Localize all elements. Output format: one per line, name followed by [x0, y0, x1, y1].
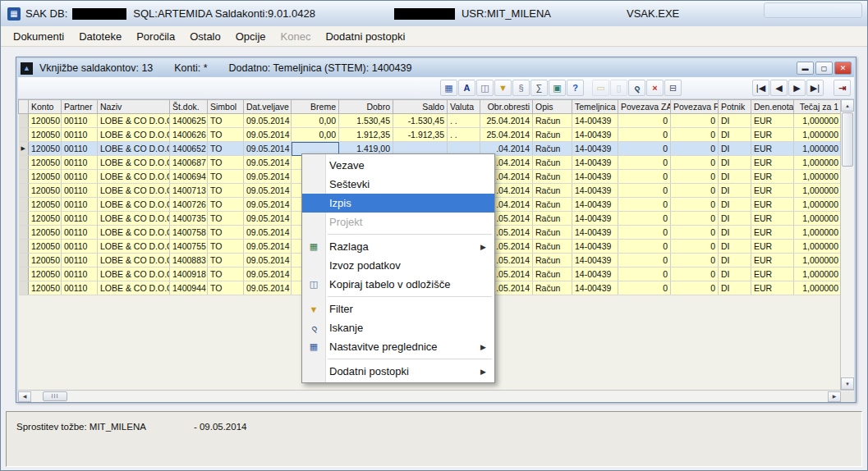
row-marker[interactable] [19, 254, 29, 268]
cell-den[interactable]: EUR [751, 212, 794, 226]
cell-opis[interactable]: Račun [533, 212, 572, 226]
cell-potnik[interactable]: DI [719, 254, 751, 268]
cell-opis[interactable]: Račun [533, 198, 572, 212]
cell-tem[interactable]: 14-00439 [572, 212, 618, 226]
menubar-item-poro-ila[interactable]: Poročila [129, 28, 182, 45]
scroll-right-icon[interactable]: ▶ [828, 391, 841, 402]
horizontal-scrollbar[interactable]: ◀ III ▶ [18, 390, 854, 402]
cell-partner[interactable]: 00110 [62, 114, 98, 128]
cell-fa[interactable]: 0 [671, 184, 719, 198]
cell-tecaj[interactable]: 1,000000 [794, 254, 841, 268]
cell-simbol[interactable]: TO [208, 212, 244, 226]
cell-datvel[interactable]: 09.05.2014 [244, 156, 292, 170]
context-item-dodatni-postopki[interactable]: Dodatni postopki▶ [302, 362, 494, 381]
cell-den[interactable]: EUR [751, 226, 794, 240]
col-header-tem[interactable]: Temeljnica [572, 100, 618, 114]
cell-naziv[interactable]: LOBE & CO D.O.O. [98, 184, 170, 198]
cell-opis[interactable]: Račun [533, 128, 572, 142]
cell-tecaj[interactable]: 1,000000 [794, 226, 841, 240]
sum-button[interactable]: ∑ [530, 80, 548, 96]
document-button[interactable]: ▯ [610, 80, 627, 96]
cell-tem[interactable]: 14-00439 [572, 184, 618, 198]
cell-naziv[interactable]: LOBE & CO D.O.O. [98, 114, 170, 128]
cell-konto[interactable]: 120050 [29, 156, 62, 170]
panel-button[interactable]: ▣ [549, 80, 566, 96]
nav-next-button[interactable]: ▶ [788, 80, 806, 96]
cell-zaj[interactable]: 0 [618, 156, 671, 170]
cell-opis[interactable]: Račun [533, 142, 572, 156]
row-marker[interactable] [19, 198, 29, 212]
cell-datvel[interactable]: 09.05.2014 [244, 254, 292, 268]
col-header-simbol[interactable]: Simbol [208, 100, 244, 114]
cell-simbol[interactable]: TO [208, 184, 244, 198]
cell-stdok[interactable]: 1400625 [170, 114, 208, 128]
cell-datvel[interactable]: 09.05.2014 [244, 240, 292, 254]
cell-stdok[interactable]: 1400652 [170, 142, 208, 156]
row-marker[interactable]: ▶ [19, 142, 29, 156]
cell-partner[interactable]: 00110 [62, 156, 98, 170]
cell-stdok[interactable]: 1400626 [170, 128, 208, 142]
menubar-item-dokumenti[interactable]: Dokumenti [6, 28, 71, 45]
cell-naziv[interactable]: LOBE & CO D.O.O. [98, 226, 170, 240]
context-item-izpis[interactable]: Izpis [302, 194, 494, 213]
cell-den[interactable]: EUR [751, 184, 794, 198]
cell-breme[interactable]: 0,00 [292, 128, 339, 142]
cell-naziv[interactable]: LOBE & CO D.O.O. [98, 281, 170, 295]
horizontal-scroll-thumb[interactable]: III [43, 391, 67, 401]
cell-stdok[interactable]: 1400883 [170, 254, 208, 268]
cell-tem[interactable]: 14-00439 [572, 156, 618, 170]
context-item-filter[interactable]: ▼Filter [302, 300, 494, 318]
menubar-item-opcije[interactable]: Opcije [228, 28, 273, 45]
cell-zaj[interactable]: 0 [618, 268, 671, 281]
cell-datvel[interactable]: 09.05.2014 [244, 226, 292, 240]
print-button[interactable]: ⊟ [664, 80, 682, 96]
cell-potnik[interactable]: DI [719, 170, 751, 184]
cell-obr[interactable]: 25.04.2014 [480, 128, 533, 142]
cell-zaj[interactable]: 0 [618, 114, 671, 128]
menubar-item-datoteke[interactable]: Datoteke [71, 28, 129, 45]
cell-simbol[interactable]: TO [208, 240, 244, 254]
cell-partner[interactable]: 00110 [62, 170, 98, 184]
cell-simbol[interactable]: TO [208, 268, 244, 281]
cell-tem[interactable]: 14-00439 [572, 142, 618, 156]
col-header-naziv[interactable]: Naziv [98, 100, 170, 114]
cell-saldo[interactable]: -1.912,35 [393, 128, 448, 142]
cell-saldo[interactable]: -1.530,45 [393, 114, 448, 128]
context-item-vezave[interactable]: Vezave [302, 156, 494, 175]
cell-zaj[interactable]: 0 [618, 281, 671, 295]
cell-datvel[interactable]: 09.05.2014 [244, 170, 292, 184]
cell-konto[interactable]: 120050 [29, 268, 62, 281]
cell-naziv[interactable]: LOBE & CO D.O.O. [98, 212, 170, 226]
cell-zaj[interactable]: 0 [618, 212, 671, 226]
cell-tecaj[interactable]: 1,000000 [794, 142, 841, 156]
cell-tem[interactable]: 14-00439 [572, 240, 618, 254]
cell-tem[interactable]: 14-00439 [572, 128, 618, 142]
cell-stdok[interactable]: 1400687 [170, 156, 208, 170]
cell-dobro[interactable]: 1.530,45 [339, 114, 393, 128]
exit-button[interactable]: ⇥ [834, 80, 851, 96]
cell-datvel[interactable]: 09.05.2014 [244, 184, 292, 198]
cell-simbol[interactable]: TO [208, 170, 244, 184]
attachment-button[interactable]: § [512, 80, 530, 96]
cell-tecaj[interactable]: 1,000000 [794, 281, 841, 295]
cell-potnik[interactable]: DI [719, 156, 751, 170]
cell-tecaj[interactable]: 1,000000 [794, 128, 841, 142]
cell-datvel[interactable]: 09.05.2014 [244, 281, 292, 295]
row-marker[interactable] [19, 268, 29, 281]
nav-first-button[interactable]: |◀ [752, 80, 769, 96]
cell-den[interactable]: EUR [751, 170, 794, 184]
col-header-den[interactable]: Den.enota [751, 100, 794, 114]
col-header-tecaj[interactable]: Tečaj za 1 [794, 100, 841, 114]
scroll-up-icon[interactable]: ▲ [841, 99, 854, 112]
cell-fa[interactable]: 0 [671, 114, 719, 128]
cell-tecaj[interactable]: 1,000000 [794, 170, 841, 184]
cell-zaj[interactable]: 0 [618, 240, 671, 254]
cell-tecaj[interactable]: 1,000000 [794, 114, 841, 128]
cell-simbol[interactable]: TO [208, 254, 244, 268]
col-header-dobro[interactable]: Dobro [339, 100, 393, 114]
cell-partner[interactable]: 00110 [62, 198, 98, 212]
cell-den[interactable]: EUR [751, 198, 794, 212]
col-header-zaj[interactable]: Povezava ZAJ [618, 100, 671, 114]
cell-tecaj[interactable]: 1,000000 [794, 240, 841, 254]
col-header-fa[interactable]: Povezava FA [671, 100, 719, 114]
